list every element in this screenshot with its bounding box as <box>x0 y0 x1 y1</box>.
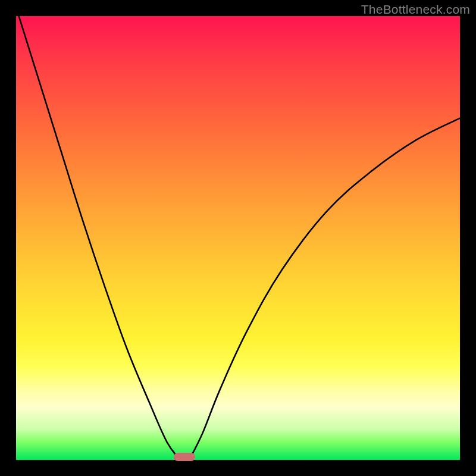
bottleneck-curve <box>16 16 460 460</box>
curve-left-branch <box>16 16 180 460</box>
optimal-point-marker <box>174 453 195 461</box>
watermark-text: TheBottleneck.com <box>361 2 470 17</box>
curve-right-branch <box>189 118 460 460</box>
chart-plot-area <box>16 16 460 460</box>
